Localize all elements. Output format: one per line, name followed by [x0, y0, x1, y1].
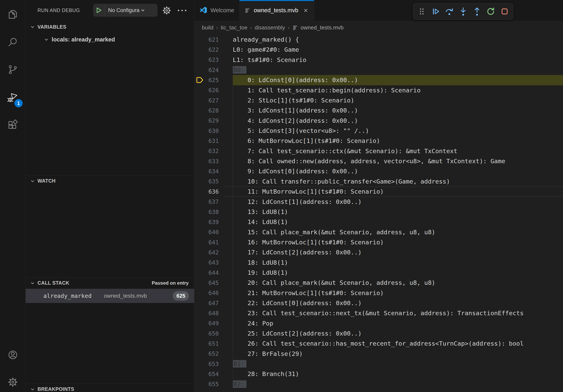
breakpoint-gutter[interactable] — [194, 298, 206, 308]
call-stack-frame[interactable]: already_marked owned_tests.mvb 625 — [26, 289, 194, 303]
code-line[interactable]: 651 26: Call test_scenario::has_most_rec… — [194, 339, 563, 349]
line-number[interactable]: 623 — [206, 56, 219, 63]
code-line[interactable]: 624B0: — [194, 65, 563, 75]
line-number[interactable]: 630 — [206, 128, 219, 134]
breakpoint-gutter[interactable] — [194, 258, 206, 268]
breakpoint-gutter[interactable] — [194, 45, 206, 55]
code-line[interactable]: 643 18: LdU8(1) — [194, 258, 563, 268]
code-text[interactable]: 8: Call owned::new(address, address, vec… — [233, 156, 505, 166]
breakpoint-gutter[interactable] — [194, 328, 206, 339]
code-line[interactable]: 633 8: Call owned::new(address, address,… — [194, 156, 563, 166]
code-line[interactable]: 631 6: MutBorrowLoc[1](ts#1#0: Scenario) — [194, 136, 563, 146]
code-line[interactable]: 650 25: LdConst[2](address: 0x00..) — [194, 328, 563, 339]
close-icon[interactable] — [303, 7, 309, 14]
tab-welcome[interactable]: Welcome — [194, 0, 240, 21]
line-number[interactable]: 625 — [206, 77, 219, 83]
code-text[interactable]: 5: LdConst[3](vector<u8>: "" /..) — [233, 126, 369, 136]
line-number[interactable]: 639 — [206, 219, 219, 225]
debug-settings-gear-icon[interactable] — [162, 6, 172, 15]
code-text[interactable]: 3: LdConst[1](address: 0x00..) — [233, 105, 358, 116]
code-line[interactable]: 632 7: Call test_scenario::ctx(&mut Scen… — [194, 146, 563, 156]
line-number[interactable]: 646 — [206, 289, 219, 296]
line-number[interactable]: 621 — [206, 36, 219, 43]
code-text[interactable]: L1: ts#1#0: Scenario — [233, 55, 306, 65]
line-number[interactable]: 640 — [206, 229, 219, 235]
breadcrumb-item-file[interactable]: owned_tests.mvb — [292, 25, 344, 31]
section-watch[interactable]: WATCH — [26, 175, 194, 186]
debug-current-line-icon[interactable] — [194, 75, 206, 85]
breakpoint-gutter[interactable] — [194, 105, 206, 116]
line-number[interactable]: 636 — [206, 188, 219, 195]
code-text[interactable]: 15: Call place_mark(&mut Scenario, addre… — [233, 227, 435, 237]
breadcrumb-item[interactable]: build — [202, 25, 213, 31]
code-text[interactable]: already_marked() { — [233, 35, 299, 45]
breakpoint-gutter[interactable] — [194, 146, 206, 156]
code-line[interactable]: 623L1: ts#1#0: Scenario — [194, 55, 563, 65]
code-text[interactable]: 6: MutBorrowLoc[1](ts#1#0: Scenario) — [233, 136, 380, 146]
continue-button[interactable] — [429, 5, 442, 18]
launch-config-label[interactable]: No Configura — [108, 7, 140, 13]
breakpoint-gutter[interactable] — [194, 166, 206, 176]
breakpoint-gutter[interactable] — [194, 207, 206, 217]
breakpoint-gutter[interactable] — [194, 379, 206, 389]
line-number[interactable]: 654 — [206, 371, 219, 377]
launch-config-control[interactable]: No Configura — [93, 4, 158, 17]
breakpoint-gutter[interactable] — [194, 197, 206, 207]
breakpoint-gutter[interactable] — [194, 278, 206, 288]
line-number[interactable]: 634 — [206, 168, 219, 175]
breakpoint-gutter[interactable] — [194, 65, 206, 75]
code-text[interactable]: 19: LdU8(1) — [233, 268, 288, 278]
section-call-stack[interactable]: CALL STACK Paused on entry — [26, 277, 194, 288]
code-text[interactable]: 27: BrFalse(29) — [233, 349, 303, 359]
breakpoint-gutter[interactable] — [194, 55, 206, 65]
line-number[interactable]: 652 — [206, 350, 219, 357]
section-breakpoints[interactable]: BREAKPOINTS — [26, 383, 194, 392]
code-line[interactable]: 621already_marked() { — [194, 35, 563, 45]
code-line[interactable]: 646 21: MutBorrowLoc[1](ts#1#0: Scenario… — [194, 288, 563, 298]
breakpoint-gutter[interactable] — [194, 176, 206, 186]
sidebar-item-source-control[interactable] — [0, 57, 26, 83]
code-line[interactable]: 626 1: Call test_scenario::begin(address… — [194, 85, 563, 95]
breakpoint-gutter[interactable] — [194, 359, 206, 369]
code-line[interactable]: 638 13: LdU8(1) — [194, 207, 563, 217]
code-line[interactable]: 625 0: LdConst[0](address: 0x00..) — [194, 75, 563, 85]
line-number[interactable]: 649 — [206, 320, 219, 327]
breakpoint-gutter[interactable] — [194, 136, 206, 146]
variables-locals-scope[interactable]: locals: already_marked — [26, 34, 194, 45]
more-actions-icon[interactable] — [177, 6, 188, 15]
code-text[interactable]: 20: Call place_mark(&mut Scenario, addre… — [233, 278, 435, 288]
breakpoint-gutter[interactable] — [194, 318, 206, 328]
line-number[interactable]: 643 — [206, 259, 219, 266]
line-number[interactable]: 645 — [206, 279, 219, 286]
code-text[interactable]: B1: — [233, 359, 246, 369]
line-number[interactable]: 631 — [206, 138, 219, 144]
code-line[interactable]: 645 20: Call place_mark(&mut Scenario, a… — [194, 278, 563, 288]
breakpoint-gutter[interactable] — [194, 349, 206, 359]
breakpoint-gutter[interactable] — [194, 85, 206, 95]
line-number[interactable]: 655 — [206, 381, 219, 387]
manage-button[interactable] — [0, 370, 26, 392]
code-text[interactable]: 23: Call test_scenario::next_tx(&mut Sce… — [233, 308, 524, 318]
breakpoint-gutter[interactable] — [194, 247, 206, 257]
code-line[interactable]: 655B2: — [194, 379, 563, 389]
code-line[interactable]: 644 19: LdU8(1) — [194, 268, 563, 278]
code-text[interactable]: 0: LdConst[0](address: 0x00..) — [233, 75, 358, 85]
code-text[interactable]: 21: MutBorrowLoc[1](ts#1#0: Scenario) — [233, 288, 384, 298]
code-text[interactable]: 2: StLoc[1](ts#1#0: Scenario) — [233, 95, 354, 105]
line-number[interactable]: 653 — [206, 361, 219, 367]
breakpoint-gutter[interactable] — [194, 156, 206, 166]
line-number[interactable]: 650 — [206, 330, 219, 337]
code-line[interactable]: 648 23: Call test_scenario::next_tx(&mut… — [194, 308, 563, 318]
code-line[interactable]: 635 10: Call transfer::public_transfer<G… — [194, 176, 563, 186]
code-line[interactable]: 634 9: LdConst[0](address: 0x00..) — [194, 166, 563, 176]
step-into-button[interactable] — [457, 5, 469, 18]
line-number[interactable]: 641 — [206, 239, 219, 246]
code-line[interactable]: 622L0: game#2#0: Game — [194, 45, 563, 55]
code-text[interactable]: B2: — [233, 379, 246, 389]
breakpoint-gutter[interactable] — [194, 308, 206, 318]
code-text[interactable]: 25: LdConst[2](address: 0x00..) — [233, 328, 362, 339]
breakpoint-gutter[interactable] — [194, 126, 206, 136]
line-number[interactable]: 642 — [206, 249, 219, 256]
code-text[interactable]: 22: LdConst[0](address: 0x00..) — [233, 298, 362, 308]
account-button[interactable] — [0, 342, 26, 368]
